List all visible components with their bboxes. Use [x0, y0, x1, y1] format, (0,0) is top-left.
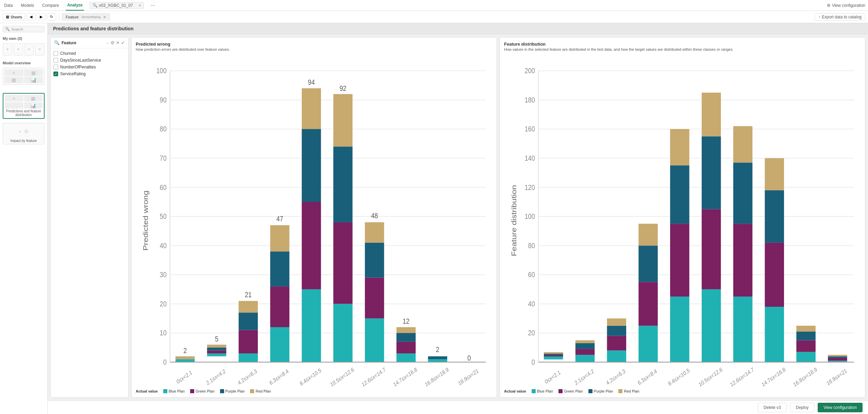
svg-rect-128 [733, 162, 752, 224]
nav-data[interactable]: Data [3, 0, 14, 11]
svg-rect-113 [607, 318, 626, 325]
svg-rect-114 [638, 326, 657, 362]
purple-plan-label-right: Purple Plan [594, 389, 613, 393]
model-search[interactable]: 🔍 v03_XGBC_01_07 ▾ [89, 2, 144, 9]
feature-tab[interactable]: Feature ServiceRating ✕ [62, 13, 110, 21]
nav-compare[interactable]: Compare [41, 0, 60, 11]
svg-rect-110 [607, 350, 626, 362]
legend-purple-plan-right: Purple Plan [588, 389, 613, 393]
svg-text:160: 160 [525, 125, 535, 133]
svg-text:10.5≤x<12.6: 10.5≤x<12.6 [329, 366, 355, 387]
more-options-icon[interactable]: ··· [151, 2, 155, 9]
purple-plan-color [220, 389, 224, 393]
predictions-card[interactable]: + ▦ 📊 Predictions and feature distributi… [3, 93, 45, 119]
svg-text:60: 60 [160, 183, 167, 191]
svg-rect-111 [607, 336, 626, 351]
feature-settings-icon[interactable]: ⚙ [111, 40, 115, 45]
svg-text:2: 2 [436, 346, 439, 354]
days-label: DaysSinceLastService [60, 58, 101, 63]
feature-search-icon: 🔍 [54, 40, 60, 45]
days-checkbox[interactable] [53, 58, 58, 63]
left-chart-title: Predicted wrong [136, 42, 493, 47]
mini-card-2[interactable]: ✦ [14, 43, 23, 55]
mini-card-1[interactable]: ✦ [3, 43, 12, 55]
svg-rect-28 [207, 350, 226, 353]
right-chart-container: Feature distribution 0 20 40 60 [504, 54, 861, 387]
top-nav-right: ⚙ View configuration [827, 3, 865, 8]
nav-models[interactable]: Models [19, 0, 35, 11]
churned-label: Churned [60, 51, 76, 56]
service-rating-label: ServiceRating [60, 71, 86, 76]
feature-more-icon[interactable]: ··· [105, 40, 109, 45]
svg-rect-45 [302, 88, 321, 129]
svg-rect-29 [207, 348, 226, 351]
left-chart-svg: Predicted wrong 0 10 20 30 [136, 54, 493, 387]
svg-text:0: 0 [467, 354, 471, 362]
export-button[interactable]: ↑ Export data to catalog [815, 13, 865, 21]
feature-penalties[interactable]: NumberOfPenalties [53, 65, 126, 69]
top-nav: Data Models Compare Analyze 🔍 v03_XGBC_0… [0, 0, 868, 11]
toolbar-refresh[interactable]: ↻ [47, 13, 56, 20]
svg-rect-120 [670, 165, 689, 224]
svg-text:92: 92 [339, 84, 346, 92]
sheets-button[interactable]: ▦ Sheets [3, 13, 25, 20]
chevron-down-icon: ▾ [139, 3, 141, 8]
penalties-checkbox[interactable] [53, 65, 58, 69]
svg-text:4.2≤x<6.3: 4.2≤x<6.3 [237, 368, 258, 386]
toolbar-separator [59, 14, 59, 20]
search-icon: 🔍 [93, 3, 98, 8]
feature-churned[interactable]: Churned [53, 51, 126, 56]
legend-green-plan: Green Plan [190, 389, 215, 393]
view-config-bottom-button[interactable]: View configuration [818, 403, 863, 412]
model-overview-card[interactable]: + ▦ ▦ 📊 [3, 68, 45, 85]
svg-rect-131 [765, 243, 784, 307]
green-plan-color-right [558, 389, 563, 393]
service-rating-checkbox[interactable]: ✓ [53, 71, 58, 76]
svg-rect-133 [765, 158, 784, 190]
bar-group-6: 48 [365, 211, 384, 362]
toolbar-back[interactable]: ◀ [27, 13, 35, 20]
content: Predictions and feature distribution 🔍 F… [48, 23, 868, 414]
export-icon: ↑ [818, 15, 820, 19]
close-tab-icon[interactable]: ✕ [103, 15, 106, 19]
feature-days[interactable]: DaysSinceLastService [53, 58, 126, 63]
deploy-button[interactable]: Deploy [790, 403, 814, 412]
delete-button[interactable]: Delete v3 [758, 403, 787, 412]
thumb-gear-icon: ⚙ [24, 129, 29, 134]
svg-rect-58 [397, 342, 416, 353]
view-configuration-button[interactable]: ⚙ View configuration [827, 3, 865, 8]
sidebar-search[interactable]: 🔍 Search [3, 26, 45, 32]
nav-analyze[interactable]: Analyze [66, 0, 84, 11]
svg-text:16.8≤x<18.9: 16.8≤x<18.9 [424, 366, 450, 387]
svg-rect-102 [544, 356, 563, 360]
impact-card[interactable]: + ⚙ Impact by feature [3, 123, 45, 144]
toolbar-forward[interactable]: ▶ [37, 13, 46, 20]
svg-rect-37 [270, 327, 289, 362]
svg-text:0≤x<2.1: 0≤x<2.1 [176, 369, 193, 385]
feature-close-icon[interactable]: ✕ [116, 40, 120, 45]
churned-checkbox[interactable] [53, 51, 58, 56]
tab-label: Feature [66, 15, 79, 19]
my-own-label: My own (3) [3, 36, 45, 41]
svg-text:6.3≤x<8.4: 6.3≤x<8.4 [268, 368, 289, 386]
svg-text:140: 140 [525, 154, 535, 162]
blue-plan-label: Blue Plan [169, 389, 185, 393]
feature-panel-title: Feature [62, 41, 103, 45]
svg-text:12.6≤x<14.7: 12.6≤x<14.7 [361, 366, 386, 387]
mini-card-4[interactable]: ✦ [35, 43, 45, 55]
svg-text:100: 100 [525, 212, 535, 220]
mini-card-3[interactable]: ✦ [24, 43, 34, 55]
feature-check-icon[interactable]: ✓ [121, 40, 125, 45]
thumb-empty-icon [5, 102, 23, 109]
bar-group-8: 2 [428, 346, 447, 362]
purple-plan-label: Purple Plan [226, 389, 245, 393]
feature-service-rating[interactable]: ✓ ServiceRating [53, 71, 126, 76]
svg-text:18.9≤x<21: 18.9≤x<21 [457, 367, 479, 386]
svg-text:18.9≤x<21: 18.9≤x<21 [825, 367, 848, 386]
svg-rect-107 [575, 349, 595, 355]
svg-text:20: 20 [160, 300, 167, 308]
red-plan-label: Red Plan [255, 389, 271, 393]
svg-text:47: 47 [277, 215, 283, 223]
svg-rect-115 [638, 282, 657, 325]
svg-rect-125 [702, 93, 721, 136]
